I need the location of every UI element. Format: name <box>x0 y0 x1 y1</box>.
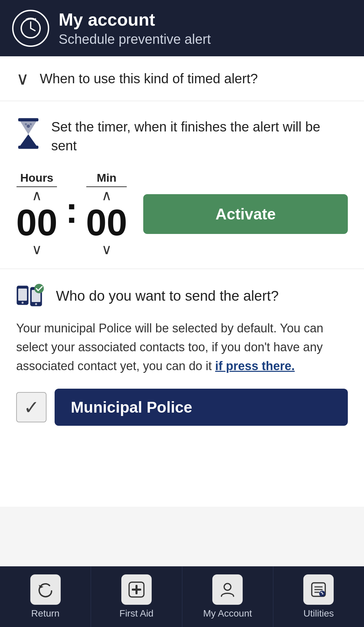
hours-increment-button[interactable]: ∧ <box>32 188 42 203</box>
svg-rect-18 <box>132 589 141 591</box>
svg-rect-5 <box>18 146 38 149</box>
contacts-description: Your municipal Police will be selected b… <box>16 319 348 375</box>
timer-section: Set the timer, when it finishes the aler… <box>0 101 364 269</box>
header-subtitle: Schedule preventive alert <box>59 32 211 47</box>
header-title: My account <box>59 9 211 30</box>
first-aid-icon-box <box>121 574 152 605</box>
svg-point-11 <box>22 302 24 304</box>
hours-value: 00 <box>16 204 57 241</box>
activate-button[interactable]: Activate <box>143 194 348 234</box>
my-account-nav-label: My Account <box>203 608 252 619</box>
timer-row: Hours ∧ 00 ∨ : Min ∧ 00 ∨ Activate <box>16 171 348 257</box>
svg-point-7 <box>25 123 27 125</box>
timer-controls: Hours ∧ 00 ∨ : Min ∧ 00 ∨ <box>16 171 127 257</box>
app-header: My account Schedule preventive alert <box>0 0 364 56</box>
hours-label: Hours <box>17 171 57 187</box>
utilities-icon-box <box>303 574 334 605</box>
checkmark-icon: ✓ <box>24 396 39 418</box>
my-account-icon-box <box>212 574 243 605</box>
minutes-label: Min <box>86 171 127 187</box>
send-alert-icon <box>16 282 47 309</box>
svg-line-2 <box>31 28 35 31</box>
nav-item-utilities[interactable]: Utilities <box>273 566 364 627</box>
contacts-section: Who do you want to send the alert? Your … <box>0 269 364 439</box>
contacts-title-text: Who do you want to send the alert? <box>56 288 279 304</box>
svg-rect-10 <box>18 289 27 301</box>
my-account-icon <box>219 581 236 598</box>
municipal-police-checkbox[interactable]: ✓ <box>16 392 47 422</box>
utilities-icon <box>310 581 327 598</box>
main-content: ∨ When to use this kind of timed alert? … <box>0 56 364 507</box>
nav-item-my-account[interactable]: My Account <box>182 566 273 627</box>
svg-point-8 <box>30 123 32 125</box>
return-nav-label: Return <box>31 608 60 619</box>
svg-point-14 <box>35 303 37 305</box>
info-section[interactable]: ∨ When to use this kind of timed alert? <box>0 56 364 101</box>
municipal-police-button[interactable]: Municipal Police <box>55 389 348 426</box>
svg-point-19 <box>224 584 231 590</box>
minutes-unit: Min ∧ 00 ∨ <box>86 171 127 257</box>
collapse-chevron-icon[interactable]: ∨ <box>16 68 29 89</box>
minutes-increment-button[interactable]: ∧ <box>101 188 112 203</box>
timer-description-text: Set the timer, when it finishes the aler… <box>51 117 348 155</box>
timer-description: Set the timer, when it finishes the aler… <box>16 117 348 155</box>
info-question-text: When to use this kind of timed alert? <box>40 71 258 86</box>
utilities-nav-label: Utilities <box>303 608 334 619</box>
svg-point-15 <box>34 284 44 293</box>
contacts-link[interactable]: if press there. <box>215 359 295 373</box>
return-icon-box <box>30 574 61 605</box>
nav-item-return[interactable]: Return <box>0 566 91 627</box>
contacts-header: Who do you want to send the alert? <box>16 282 348 309</box>
police-row: ✓ Municipal Police <box>16 389 348 426</box>
minutes-decrement-button[interactable]: ∨ <box>101 242 112 257</box>
hourglass-icon <box>16 117 40 150</box>
nav-item-first-aid[interactable]: First Aid <box>91 566 182 627</box>
svg-rect-4 <box>18 118 38 121</box>
header-icon <box>12 10 49 47</box>
hours-decrement-button[interactable]: ∨ <box>32 242 42 257</box>
hours-unit: Hours ∧ 00 ∨ <box>16 171 57 257</box>
minutes-value: 00 <box>86 204 127 241</box>
return-icon <box>37 581 54 598</box>
svg-point-6 <box>27 125 30 128</box>
first-aid-nav-label: First Aid <box>119 608 153 619</box>
bottom-spacer <box>0 439 364 507</box>
time-separator: : <box>65 191 78 237</box>
first-aid-icon <box>128 581 145 598</box>
bottom-navigation: Return First Aid My Account <box>0 566 364 627</box>
header-text-block: My account Schedule preventive alert <box>59 9 211 47</box>
